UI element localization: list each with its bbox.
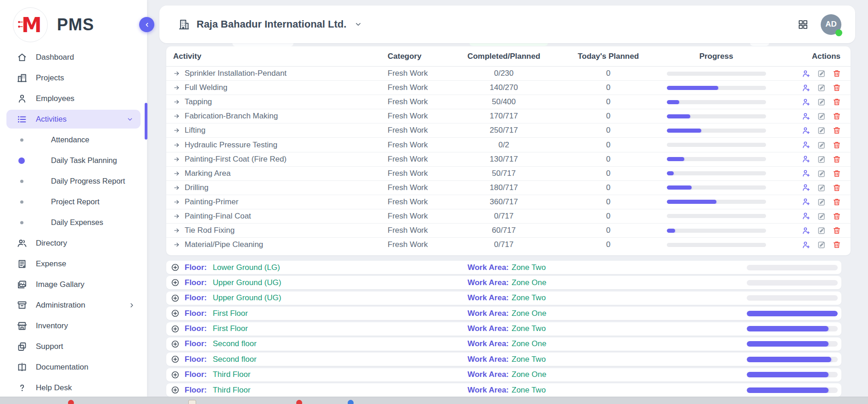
edit-icon[interactable] [817, 83, 826, 92]
taskbar-app-icon[interactable] [188, 400, 196, 404]
assign-user-icon[interactable] [801, 211, 811, 221]
assign-user-icon[interactable] [801, 154, 811, 164]
delete-icon[interactable] [832, 226, 841, 235]
sidebar-item-label: Support [36, 342, 63, 351]
edit-icon[interactable] [817, 169, 826, 178]
expand-plus-icon[interactable] [171, 340, 180, 348]
edit-icon[interactable] [817, 183, 826, 192]
expand-plus-icon[interactable] [171, 370, 180, 379]
sidebar-item-documentation[interactable]: Documentation [0, 357, 147, 377]
app-title: PMS [57, 15, 94, 34]
delete-icon[interactable] [832, 140, 841, 150]
sidebar-item-dashboard[interactable]: Dashboard [0, 47, 147, 67]
delete-icon[interactable] [832, 183, 841, 192]
sidebar-item-image-gallary[interactable]: Image Gallary [0, 274, 147, 295]
taskbar-app-icon[interactable] [348, 400, 354, 404]
assign-user-icon[interactable] [801, 168, 811, 178]
delete-icon[interactable] [832, 126, 841, 135]
edit-icon[interactable] [817, 140, 826, 150]
activity-name: Painting-Primer [185, 197, 238, 207]
column-header-actions: Actions [770, 52, 851, 61]
assign-user-icon[interactable] [801, 69, 811, 79]
sidebar-item-label: Dashboard [36, 53, 74, 62]
delete-icon[interactable] [832, 212, 841, 221]
delete-icon[interactable] [832, 69, 841, 78]
sidebar-item-administration[interactable]: Administration [0, 295, 147, 315]
sidebar-item-directory[interactable]: Directory [0, 233, 147, 253]
sidebar-subitem-daily-task-planning[interactable]: Daily Task Planning [0, 150, 147, 171]
delete-icon[interactable] [832, 197, 841, 207]
delete-icon[interactable] [832, 240, 841, 249]
edit-icon[interactable] [817, 69, 826, 78]
assign-user-icon[interactable] [801, 126, 811, 135]
sidebar-item-inventory[interactable]: Inventory [0, 315, 147, 336]
online-status-dot [835, 29, 842, 36]
edit-icon[interactable] [817, 97, 826, 107]
progress-bar [667, 114, 766, 118]
delete-icon[interactable] [832, 155, 841, 164]
expand-plus-icon[interactable] [171, 386, 180, 394]
sidebar-item-support[interactable]: Support [0, 336, 147, 357]
assign-user-icon[interactable] [801, 197, 811, 207]
expand-plus-icon[interactable] [171, 294, 180, 303]
activity-category: Fresh Work [382, 140, 453, 150]
assign-user-icon[interactable] [801, 226, 811, 236]
edit-icon[interactable] [817, 155, 826, 164]
assign-user-icon[interactable] [801, 112, 811, 121]
floor-row-second-floor-zone-two: Floor: Second floor Work Area: Zone Two [166, 353, 841, 366]
user-avatar[interactable]: AD [821, 14, 841, 35]
taskbar-app-icon[interactable] [68, 400, 74, 404]
sidebar-collapse-button[interactable] [139, 17, 154, 32]
progress-bar [667, 72, 766, 76]
todays-planned-value: 0 [554, 112, 662, 121]
progress-bar [667, 185, 766, 190]
delete-icon[interactable] [832, 97, 841, 107]
sidebar-item-projects[interactable]: Projects [0, 67, 147, 88]
sidebar-item-help-desk[interactable]: Help Desk [0, 377, 147, 398]
sidebar-item-expense[interactable]: Expense [0, 253, 147, 274]
floor-row-third-floor-zone-two: Floor: Third Floor Work Area: Zone Two [166, 383, 841, 397]
edit-icon[interactable] [817, 226, 826, 235]
delete-icon[interactable] [832, 169, 841, 178]
expand-plus-icon[interactable] [171, 278, 180, 287]
taskbar-app-icon[interactable] [296, 400, 302, 404]
assign-user-icon[interactable] [801, 240, 811, 250]
progress-bar-fill [667, 129, 702, 133]
assign-user-icon[interactable] [801, 83, 811, 93]
edit-icon[interactable] [817, 240, 826, 249]
edit-icon[interactable] [817, 212, 826, 221]
delete-icon[interactable] [832, 112, 841, 121]
progress-bar [667, 200, 766, 204]
floor-progress-bar [747, 341, 838, 347]
arrow-right-icon [173, 127, 180, 134]
edit-icon[interactable] [817, 197, 826, 207]
assign-user-icon[interactable] [801, 97, 811, 107]
sidebar-item-activities[interactable]: Activities [6, 110, 141, 129]
table-header-row: ActivityCategoryCompleted/PlannedToday's… [166, 46, 851, 67]
chevron-down-icon[interactable] [354, 20, 363, 29]
expand-plus-icon[interactable] [171, 309, 180, 318]
edit-icon[interactable] [817, 126, 826, 135]
todays-planned-value: 0 [554, 212, 662, 221]
progress-bar [667, 86, 766, 90]
expand-plus-icon[interactable] [171, 355, 180, 364]
floor-label: Floor: [185, 278, 207, 287]
expand-plus-icon[interactable] [171, 263, 180, 272]
expand-plus-icon[interactable] [171, 325, 180, 333]
delete-icon[interactable] [832, 83, 841, 92]
company-selector-label[interactable]: Raja Bahadur International Ltd. [197, 18, 346, 30]
apps-grid-icon[interactable] [797, 19, 809, 30]
book-icon [17, 362, 28, 373]
floor-progress-bar [747, 295, 838, 301]
floor-label: Floor: [185, 263, 207, 272]
edit-icon[interactable] [817, 112, 826, 121]
assign-user-icon[interactable] [801, 140, 811, 150]
sidebar-subitem-project-report[interactable]: Project Report [0, 191, 147, 212]
sidebar-subitem-attendance[interactable]: Attendance [0, 129, 147, 150]
work-area-value: Zone One [512, 339, 547, 348]
sidebar-item-employees[interactable]: Employees [0, 88, 147, 109]
assign-user-icon[interactable] [801, 183, 811, 192]
sidebar-subitem-daily-expenses[interactable]: Daily Expenses [0, 212, 147, 233]
sidebar-subitem-daily-progress-report[interactable]: Daily Progress Report [0, 171, 147, 191]
floor-label: Floor: [185, 309, 207, 318]
